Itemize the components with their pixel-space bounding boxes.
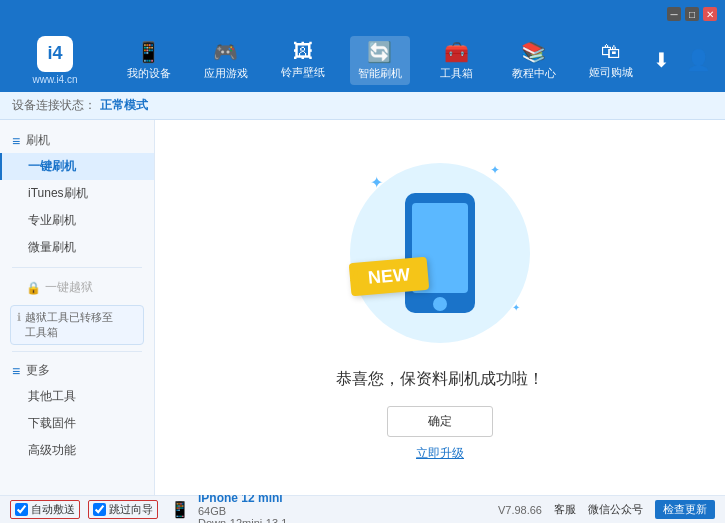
info-icon: ℹ (17, 311, 21, 324)
wechat-link[interactable]: 微信公众号 (588, 502, 643, 517)
nav-tutorials[interactable]: 📚 教程中心 (504, 36, 564, 85)
device-model: Down-12mini-13,1 (198, 517, 287, 524)
sidebar-section-flash[interactable]: ≡ 刷机 (0, 128, 154, 153)
sidebar-divider-2 (12, 351, 142, 352)
sidebar: ≡ 刷机 一键刷机 iTunes刷机 专业刷机 微量刷机 🔒 一键越狱 ℹ 越狱… (0, 120, 155, 495)
skip-wizard-checkbox[interactable]: 跳过向导 (88, 500, 158, 519)
phone-button (433, 297, 447, 311)
sparkle-3: ✦ (512, 302, 520, 313)
sidebar-notice-jailbreak: ℹ 越狱工具已转移至工具箱 (10, 305, 144, 345)
tutorials-icon: 📚 (521, 40, 546, 64)
logo-area: i4 www.i4.cn (10, 36, 100, 85)
device-icon: 📱 (170, 500, 190, 519)
user-button[interactable]: 👤 (682, 44, 715, 76)
nav-smart-flash[interactable]: 🔄 智能刷机 (350, 36, 410, 85)
content-area: ✦ ✦ ✦ NEW 恭喜您，保资料刷机成功啦！ 确定 立即升级 (155, 120, 725, 495)
nav-apps[interactable]: 🎮 应用游戏 (196, 36, 256, 85)
sparkle-1: ✦ (370, 173, 383, 192)
device-capacity: 64GB (198, 505, 287, 517)
nav-store-label: 姬司购城 (589, 65, 633, 80)
nav-right: ⬇ 👤 (649, 44, 715, 76)
minimize-button[interactable]: ─ (667, 7, 681, 21)
sidebar-divider-1 (12, 267, 142, 268)
update-button[interactable]: 检查更新 (655, 500, 715, 519)
sidebar-item-save-data[interactable]: 微量刷机 (0, 234, 154, 261)
wallpaper-icon: 🖼 (293, 40, 313, 63)
nav-apps-label: 应用游戏 (204, 66, 248, 81)
jailbreak-label: 一键越狱 (45, 279, 93, 296)
device-info: 📱 iPhone 12 mini 64GB Down-12mini-13,1 (170, 491, 287, 524)
sidebar-item-itunes[interactable]: iTunes刷机 (0, 180, 154, 207)
flash-section-icon: ≡ (12, 133, 20, 149)
service-link[interactable]: 客服 (554, 502, 576, 517)
titlebar-controls: ─ □ ✕ (667, 7, 717, 21)
apps-icon: 🎮 (213, 40, 238, 64)
sidebar-item-advanced[interactable]: 高级功能 (0, 437, 154, 464)
one-click-label: 一键刷机 (28, 159, 76, 173)
nav-tutorials-label: 教程中心 (512, 66, 556, 81)
sidebar-section-jailbreak: 🔒 一键越狱 (0, 274, 154, 301)
my-device-icon: 📱 (136, 40, 161, 64)
titlebar: ─ □ ✕ (0, 0, 725, 28)
logo-sub: www.i4.cn (32, 74, 77, 85)
lock-icon: 🔒 (26, 281, 41, 295)
advanced-label: 高级功能 (28, 443, 76, 457)
skip-wizard-label: 跳过向导 (109, 502, 153, 517)
nav-wallpaper-label: 铃声壁纸 (281, 65, 325, 80)
sidebar-item-download-firmware[interactable]: 下载固件 (0, 410, 154, 437)
other-tools-label: 其他工具 (28, 389, 76, 403)
maximize-button[interactable]: □ (685, 7, 699, 21)
sparkle-2: ✦ (490, 163, 500, 177)
auto-send-input[interactable] (15, 503, 28, 516)
device-details: iPhone 12 mini 64GB Down-12mini-13,1 (198, 491, 287, 524)
main-layout: ≡ 刷机 一键刷机 iTunes刷机 专业刷机 微量刷机 🔒 一键越狱 ℹ 越狱… (0, 120, 725, 495)
save-data-label: 微量刷机 (28, 240, 76, 254)
bottombar: 自动敷送 跳过向导 📱 iPhone 12 mini 64GB Down-12m… (0, 495, 725, 523)
version-text: V7.98.66 (498, 504, 542, 516)
nav-toolbox[interactable]: 🧰 工具箱 (427, 36, 487, 85)
notice-text: 越狱工具已转移至工具箱 (25, 310, 113, 340)
status-value: 正常模式 (100, 97, 148, 114)
more-section-icon: ≡ (12, 363, 20, 379)
download-firmware-label: 下载固件 (28, 416, 76, 430)
close-button[interactable]: ✕ (703, 7, 717, 21)
nav-my-device[interactable]: 📱 我的设备 (119, 36, 179, 85)
status-label: 设备连接状态： (12, 97, 96, 114)
sidebar-section-more[interactable]: ≡ 更多 (0, 358, 154, 383)
again-link[interactable]: 立即升级 (416, 445, 464, 462)
toolbox-icon: 🧰 (444, 40, 469, 64)
nav-wallpaper[interactable]: 🖼 铃声壁纸 (273, 36, 333, 84)
smart-flash-icon: 🔄 (367, 40, 392, 64)
nav-items: 📱 我的设备 🎮 应用游戏 🖼 铃声壁纸 🔄 智能刷机 🧰 工具箱 📚 教程中心… (110, 36, 649, 85)
logo-icon: i4 (37, 36, 73, 72)
success-illustration: ✦ ✦ ✦ NEW (340, 153, 540, 353)
success-title: 恭喜您，保资料刷机成功啦！ (336, 369, 544, 390)
nav-smart-flash-label: 智能刷机 (358, 66, 402, 81)
sidebar-item-pro[interactable]: 专业刷机 (0, 207, 154, 234)
sidebar-item-one-click[interactable]: 一键刷机 (0, 153, 154, 180)
sidebar-item-other-tools[interactable]: 其他工具 (0, 383, 154, 410)
nav-my-device-label: 我的设备 (127, 66, 171, 81)
confirm-button[interactable]: 确定 (387, 406, 493, 437)
nav-toolbox-label: 工具箱 (440, 66, 473, 81)
new-badge: NEW (349, 257, 430, 297)
auto-send-checkbox[interactable]: 自动敷送 (10, 500, 80, 519)
bottombar-left: 自动敷送 跳过向导 📱 iPhone 12 mini 64GB Down-12m… (10, 491, 287, 524)
auto-send-label: 自动敷送 (31, 502, 75, 517)
download-button[interactable]: ⬇ (649, 44, 674, 76)
header: i4 www.i4.cn 📱 我的设备 🎮 应用游戏 🖼 铃声壁纸 🔄 智能刷机… (0, 28, 725, 92)
skip-wizard-input[interactable] (93, 503, 106, 516)
store-icon: 🛍 (601, 40, 621, 63)
phone-shape (405, 193, 475, 313)
pro-label: 专业刷机 (28, 213, 76, 227)
bottombar-right: V7.98.66 客服 微信公众号 检查更新 (498, 500, 715, 519)
more-section-label: 更多 (26, 362, 50, 379)
itunes-label: iTunes刷机 (28, 186, 88, 200)
nav-store[interactable]: 🛍 姬司购城 (581, 36, 641, 84)
statusbar: 设备连接状态： 正常模式 (0, 92, 725, 120)
flash-section-label: 刷机 (26, 132, 50, 149)
